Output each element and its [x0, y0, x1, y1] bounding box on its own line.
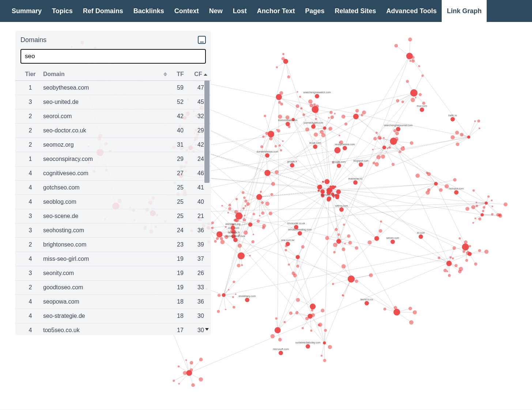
scrollbar-track[interactable]	[204, 80, 210, 331]
nav-tab-topics[interactable]: Topics	[47, 0, 78, 22]
svg-line-468	[469, 128, 479, 137]
cell-tier: 3	[15, 95, 41, 109]
svg-point-684	[229, 204, 231, 206]
cell-domain: seo-strategie.de	[41, 309, 170, 323]
table-row[interactable]: 2brightonseo.com2339	[15, 238, 211, 252]
svg-point-397	[344, 123, 347, 125]
svg-text:aterstash.org: aterstash.org	[226, 223, 241, 226]
cell-domain: seoblog.com	[41, 195, 170, 209]
table-row[interactable]: 3seo-scene.de2521	[15, 209, 211, 223]
svg-point-333	[260, 145, 263, 148]
svg-line-466	[469, 121, 475, 137]
table-row[interactable]: 2seoroi.com4232	[15, 109, 211, 124]
svg-point-782	[322, 181, 324, 183]
nav-tab-link-graph[interactable]: Link Graph	[442, 0, 487, 22]
cell-tier: 1	[15, 81, 41, 95]
svg-point-592	[333, 251, 336, 253]
table-row[interactable]: 4top5seo.co.uk1730	[15, 323, 211, 332]
cell-tier: 4	[15, 323, 41, 332]
nav-tab-lost[interactable]: Lost	[228, 0, 252, 22]
svg-point-799	[328, 188, 332, 193]
svg-line-48	[224, 134, 271, 295]
domain-search-input[interactable]	[20, 49, 206, 64]
table-row[interactable]: 3seo-united.de5245	[15, 95, 211, 109]
svg-point-580	[337, 233, 340, 236]
svg-point-640	[183, 371, 186, 375]
nav-tab-context[interactable]: Context	[169, 0, 204, 22]
svg-point-255	[271, 193, 273, 196]
scrollbar-thumb[interactable]	[204, 80, 210, 183]
svg-point-680	[244, 215, 245, 216]
table-row[interactable]: 1seoconspiracy.com2924	[15, 152, 211, 166]
table-row[interactable]: 3seonity.com1926	[15, 266, 211, 281]
cell-domain: top5seo.co.uk	[41, 323, 170, 332]
svg-point-181	[328, 345, 332, 349]
col-tier[interactable]: Tier	[15, 68, 41, 81]
nav-tab-ref-domains[interactable]: Ref Domains	[78, 0, 128, 22]
table-row[interactable]: 4gotchseo.com2541	[15, 181, 211, 195]
svg-point-505	[468, 252, 472, 256]
svg-point-484	[445, 184, 449, 189]
scroll-down-icon[interactable]	[205, 328, 209, 331]
svg-point-530	[302, 327, 304, 329]
svg-point-802	[311, 124, 316, 129]
svg-point-431	[411, 98, 415, 102]
svg-point-507	[211, 227, 214, 229]
svg-point-331	[279, 144, 281, 147]
nav-tab-backlinks[interactable]: Backlinks	[128, 0, 169, 22]
sort-icon[interactable]	[163, 72, 167, 76]
table-row[interactable]: 2seo-doctor.co.uk4029	[15, 124, 211, 138]
nav-tab-advanced-tools[interactable]: Advanced Tools	[381, 0, 442, 22]
cell-tier: 3	[15, 266, 41, 281]
nav-tab-related-sites[interactable]: Related Sites	[330, 0, 381, 22]
col-domain[interactable]: Domain	[41, 68, 170, 81]
svg-point-129	[446, 271, 448, 272]
table-row[interactable]: 4seoblog.com2540	[15, 195, 211, 209]
svg-point-267	[261, 201, 264, 204]
col-tf[interactable]: TF	[170, 68, 190, 81]
svg-point-690	[246, 202, 250, 206]
svg-text:realname.bz: realname.bz	[348, 177, 363, 180]
cell-tf: 18	[170, 309, 190, 323]
svg-point-386	[305, 127, 309, 131]
svg-point-142	[446, 261, 452, 266]
svg-point-836	[233, 238, 238, 242]
svg-line-18	[286, 61, 329, 190]
svg-text:hbosocial.co.uk: hbosocial.co.uk	[287, 222, 305, 225]
svg-point-360	[296, 104, 299, 108]
svg-point-637	[271, 182, 275, 186]
col-cf[interactable]: CF	[190, 68, 211, 81]
nav-tab-new[interactable]: New	[204, 0, 228, 22]
nav-tab-summary[interactable]: Summary	[7, 0, 47, 22]
svg-line-100	[482, 196, 488, 215]
svg-point-212	[217, 310, 220, 313]
table-row[interactable]: 3seohosting.com2436	[15, 223, 211, 238]
table-row[interactable]: 4cognitiveseo.com2746	[15, 166, 211, 181]
table-row[interactable]: 1seobythesea.com5947	[15, 81, 211, 95]
svg-point-429	[422, 75, 424, 77]
svg-point-192	[275, 317, 278, 320]
cell-tier: 4	[15, 295, 41, 309]
svg-line-389	[325, 113, 335, 128]
svg-point-576	[325, 236, 329, 240]
svg-point-638	[264, 170, 271, 176]
nav-tab-pages[interactable]: Pages	[300, 0, 330, 22]
svg-point-401	[342, 114, 346, 119]
svg-point-856	[290, 163, 294, 168]
table-row[interactable]: 4seopowa.com1836	[15, 295, 211, 309]
svg-point-480	[415, 173, 420, 178]
svg-text:scmagazine.com: scmagazine.com	[226, 235, 245, 238]
svg-line-31	[267, 173, 377, 238]
table-row[interactable]: 4miss-seo-girl.com1937	[15, 252, 211, 266]
svg-point-270	[256, 194, 262, 200]
svg-line-6	[324, 190, 329, 343]
panel-collapse-button[interactable]	[198, 36, 206, 44]
cell-tier: 4	[15, 252, 41, 266]
svg-point-137	[438, 256, 440, 259]
svg-line-211	[218, 295, 224, 312]
svg-point-414	[408, 38, 412, 42]
table-row[interactable]: 2seomoz.org3142	[15, 138, 211, 152]
table-row[interactable]: 4seo-strategie.de1830	[15, 309, 211, 323]
nav-tab-anchor-text[interactable]: Anchor Text	[252, 0, 300, 22]
table-row[interactable]: 2goodtoseo.com1933	[15, 281, 211, 295]
